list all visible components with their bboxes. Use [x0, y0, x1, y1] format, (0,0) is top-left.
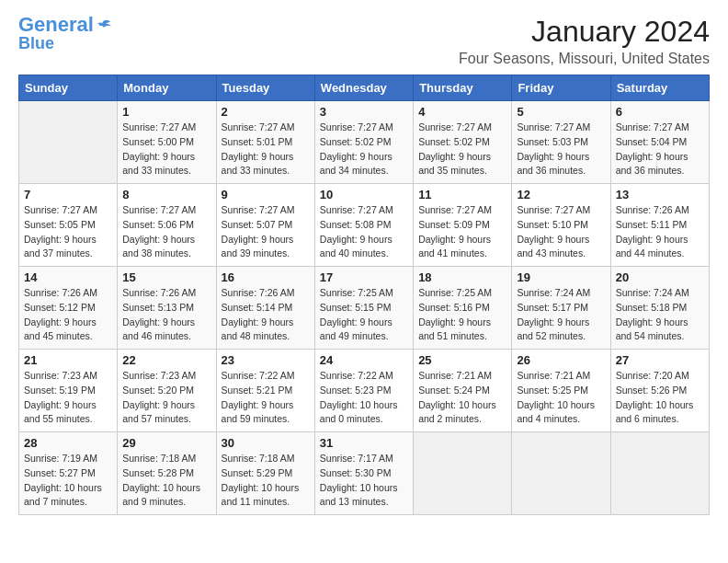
logo-bird-icon [96, 18, 112, 31]
day-number: 13 [616, 188, 704, 201]
day-info: Sunrise: 7:21 AMSunset: 5:25 PMDaylight:… [517, 369, 605, 427]
day-number: 23 [222, 353, 310, 367]
day-info: Sunrise: 7:27 AMSunset: 5:01 PMDaylight:… [222, 121, 310, 178]
calendar-week-row: 28Sunrise: 7:19 AMSunset: 5:27 PMDayligh… [19, 432, 710, 515]
calendar-day-cell: 22Sunrise: 7:23 AMSunset: 5:20 PMDayligh… [118, 350, 216, 432]
calendar-day-cell: 23Sunrise: 7:22 AMSunset: 5:21 PMDayligh… [216, 350, 314, 432]
calendar-day-cell: 10Sunrise: 7:27 AMSunset: 5:08 PMDayligh… [314, 184, 413, 267]
day-number: 5 [517, 105, 605, 119]
day-info: Sunrise: 7:26 AMSunset: 5:14 PMDaylight:… [222, 286, 310, 344]
calendar-day-cell: 28Sunrise: 7:19 AMSunset: 5:27 PMDayligh… [19, 432, 118, 515]
calendar-day-cell [512, 432, 610, 515]
calendar-day-cell: 2Sunrise: 7:27 AMSunset: 5:01 PMDaylight… [216, 101, 314, 184]
day-number: 19 [517, 270, 605, 284]
day-number: 2 [222, 105, 310, 119]
calendar-week-row: 1Sunrise: 7:27 AMSunset: 5:00 PMDaylight… [19, 101, 710, 184]
calendar-day-cell [19, 101, 118, 184]
day-number: 17 [320, 270, 408, 284]
day-info: Sunrise: 7:18 AMSunset: 5:29 PMDaylight:… [222, 452, 310, 510]
calendar-day-cell: 30Sunrise: 7:18 AMSunset: 5:29 PMDayligh… [216, 432, 314, 515]
day-number: 16 [222, 270, 310, 284]
header-saturday: Saturday [610, 75, 709, 101]
day-number: 11 [418, 188, 506, 201]
day-info: Sunrise: 7:23 AMSunset: 5:20 PMDaylight:… [122, 369, 210, 427]
calendar-week-row: 7Sunrise: 7:27 AMSunset: 5:05 PMDaylight… [19, 184, 710, 267]
day-number: 12 [517, 188, 605, 201]
day-number: 9 [222, 188, 310, 201]
day-info: Sunrise: 7:24 AMSunset: 5:18 PMDaylight:… [616, 286, 704, 344]
calendar-week-row: 21Sunrise: 7:23 AMSunset: 5:19 PMDayligh… [19, 350, 710, 432]
calendar-day-cell: 7Sunrise: 7:27 AMSunset: 5:05 PMDaylight… [19, 184, 118, 267]
day-number: 31 [320, 436, 408, 450]
day-number: 24 [320, 353, 408, 367]
day-number: 4 [418, 105, 506, 119]
header-monday: Monday [118, 75, 216, 101]
day-number: 28 [24, 436, 112, 450]
day-number: 21 [24, 353, 112, 367]
logo: General Blue [18, 15, 112, 52]
calendar-day-cell: 8Sunrise: 7:27 AMSunset: 5:06 PMDaylight… [118, 184, 216, 267]
calendar-day-cell: 27Sunrise: 7:20 AMSunset: 5:26 PMDayligh… [610, 350, 709, 432]
calendar-day-cell [414, 432, 512, 515]
day-number: 10 [320, 188, 408, 201]
logo-text: General [18, 15, 94, 35]
day-info: Sunrise: 7:23 AMSunset: 5:19 PMDaylight:… [24, 369, 112, 427]
calendar-day-cell: 16Sunrise: 7:26 AMSunset: 5:14 PMDayligh… [216, 267, 314, 350]
location-subtitle: Four Seasons, Missouri, United States [459, 51, 710, 67]
calendar-header-row: Sunday Monday Tuesday Wednesday Thursday… [19, 75, 710, 101]
day-number: 15 [122, 270, 210, 284]
day-info: Sunrise: 7:27 AMSunset: 5:07 PMDaylight:… [222, 203, 310, 261]
header-thursday: Thursday [414, 75, 512, 101]
calendar-day-cell: 3Sunrise: 7:27 AMSunset: 5:02 PMDaylight… [314, 101, 413, 184]
day-info: Sunrise: 7:27 AMSunset: 5:03 PMDaylight:… [517, 121, 605, 178]
day-info: Sunrise: 7:27 AMSunset: 5:00 PMDaylight:… [122, 121, 210, 178]
day-info: Sunrise: 7:17 AMSunset: 5:30 PMDaylight:… [320, 452, 408, 510]
page-header: General Blue January 2024 Four Seasons, … [18, 15, 710, 67]
day-info: Sunrise: 7:22 AMSunset: 5:21 PMDaylight:… [222, 369, 310, 427]
day-number: 3 [320, 105, 408, 119]
day-info: Sunrise: 7:27 AMSunset: 5:09 PMDaylight:… [418, 203, 506, 261]
calendar-day-cell: 14Sunrise: 7:26 AMSunset: 5:12 PMDayligh… [19, 267, 118, 350]
day-info: Sunrise: 7:21 AMSunset: 5:24 PMDaylight:… [418, 369, 506, 427]
day-info: Sunrise: 7:26 AMSunset: 5:12 PMDaylight:… [24, 286, 112, 344]
day-info: Sunrise: 7:20 AMSunset: 5:26 PMDaylight:… [616, 369, 704, 427]
logo-general: General [18, 13, 94, 36]
day-info: Sunrise: 7:27 AMSunset: 5:08 PMDaylight:… [320, 203, 408, 261]
day-info: Sunrise: 7:18 AMSunset: 5:28 PMDaylight:… [122, 452, 210, 510]
calendar-week-row: 14Sunrise: 7:26 AMSunset: 5:12 PMDayligh… [19, 267, 710, 350]
calendar-day-cell: 11Sunrise: 7:27 AMSunset: 5:09 PMDayligh… [414, 184, 512, 267]
header-friday: Friday [512, 75, 610, 101]
calendar-day-cell: 17Sunrise: 7:25 AMSunset: 5:15 PMDayligh… [314, 267, 413, 350]
calendar-day-cell: 15Sunrise: 7:26 AMSunset: 5:13 PMDayligh… [118, 267, 216, 350]
calendar-day-cell: 13Sunrise: 7:26 AMSunset: 5:11 PMDayligh… [610, 184, 709, 267]
day-info: Sunrise: 7:25 AMSunset: 5:15 PMDaylight:… [320, 286, 408, 344]
header-sunday: Sunday [19, 75, 118, 101]
calendar-day-cell: 6Sunrise: 7:27 AMSunset: 5:04 PMDaylight… [610, 101, 709, 184]
day-number: 20 [616, 270, 704, 284]
day-info: Sunrise: 7:27 AMSunset: 5:02 PMDaylight:… [320, 121, 408, 178]
calendar-day-cell: 9Sunrise: 7:27 AMSunset: 5:07 PMDaylight… [216, 184, 314, 267]
calendar-day-cell: 26Sunrise: 7:21 AMSunset: 5:25 PMDayligh… [512, 350, 610, 432]
day-number: 18 [418, 270, 506, 284]
calendar-day-cell [610, 432, 709, 515]
calendar-day-cell: 24Sunrise: 7:22 AMSunset: 5:23 PMDayligh… [314, 350, 413, 432]
day-number: 8 [122, 188, 210, 201]
day-number: 22 [122, 353, 210, 367]
day-info: Sunrise: 7:26 AMSunset: 5:13 PMDaylight:… [122, 286, 210, 344]
day-info: Sunrise: 7:27 AMSunset: 5:10 PMDaylight:… [517, 203, 605, 261]
calendar-day-cell: 5Sunrise: 7:27 AMSunset: 5:03 PMDaylight… [512, 101, 610, 184]
calendar-day-cell: 21Sunrise: 7:23 AMSunset: 5:19 PMDayligh… [19, 350, 118, 432]
day-number: 29 [122, 436, 210, 450]
day-info: Sunrise: 7:27 AMSunset: 5:02 PMDaylight:… [418, 121, 506, 178]
day-info: Sunrise: 7:24 AMSunset: 5:17 PMDaylight:… [517, 286, 605, 344]
header-wednesday: Wednesday [314, 75, 413, 101]
day-info: Sunrise: 7:27 AMSunset: 5:04 PMDaylight:… [616, 121, 704, 178]
calendar-day-cell: 25Sunrise: 7:21 AMSunset: 5:24 PMDayligh… [414, 350, 512, 432]
calendar-day-cell: 1Sunrise: 7:27 AMSunset: 5:00 PMDaylight… [118, 101, 216, 184]
day-info: Sunrise: 7:27 AMSunset: 5:05 PMDaylight:… [24, 203, 112, 261]
day-info: Sunrise: 7:27 AMSunset: 5:06 PMDaylight:… [122, 203, 210, 261]
day-number: 25 [418, 353, 506, 367]
calendar-day-cell: 4Sunrise: 7:27 AMSunset: 5:02 PMDaylight… [414, 101, 512, 184]
day-info: Sunrise: 7:25 AMSunset: 5:16 PMDaylight:… [418, 286, 506, 344]
day-number: 6 [616, 105, 704, 119]
